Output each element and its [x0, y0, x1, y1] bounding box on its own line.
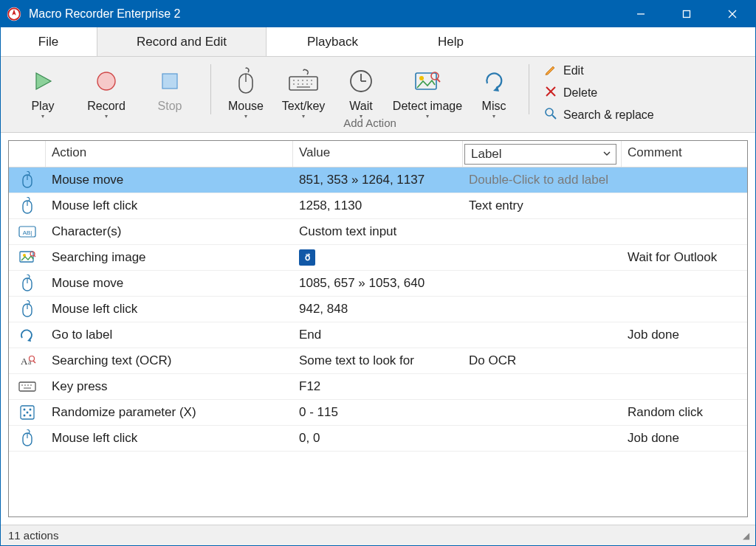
mouse-icon: [9, 171, 46, 189]
header-icon[interactable]: [9, 141, 46, 167]
statusbar: 11 actions ◢: [1, 525, 755, 545]
svg-point-7: [97, 72, 115, 90]
svg-text:A: A: [21, 356, 28, 367]
svg-point-65: [30, 415, 32, 417]
svg-line-53: [33, 361, 35, 363]
outlook-icon: o⃗: [299, 249, 315, 266]
abc-icon: AB|: [9, 225, 46, 238]
cell-label[interactable]: Double-Click to add label: [463, 173, 622, 187]
tab-playback[interactable]: Playback: [267, 27, 399, 56]
goto-icon: [9, 328, 46, 342]
search-replace-link[interactable]: Search & replace: [544, 107, 654, 123]
svg-point-61: [24, 409, 26, 411]
cell-value: o⃗: [293, 249, 463, 266]
edit-link[interactable]: Edit: [544, 63, 654, 79]
app-icon: [1, 6, 27, 22]
misc-icon: [481, 64, 506, 98]
svg-text:AB|: AB|: [23, 229, 32, 236]
cell-action: Searching image: [46, 250, 293, 265]
table-row[interactable]: Mouse left click1258, 1130Text entry: [9, 193, 747, 219]
play-button[interactable]: Play▾: [11, 61, 75, 128]
cell-comment: Random click: [622, 405, 747, 420]
cell-comment: Wait for Outlook: [622, 250, 747, 265]
cell-label[interactable]: Do OCR: [463, 353, 622, 368]
window-controls: [618, 1, 755, 27]
group-edit-actions: Edit Delete Search & replace: [538, 61, 654, 132]
cell-action: Mouse move: [46, 173, 293, 187]
resize-grip-icon[interactable]: ◢: [743, 531, 748, 541]
detect-image-tool[interactable]: Detect image▾: [387, 61, 468, 128]
mouse-icon: [235, 64, 257, 98]
cell-comment: Job done: [622, 431, 747, 446]
dropdown-caret-icon: ▾: [426, 113, 429, 120]
table-row[interactable]: AaSearching text (OCR)Some text to look …: [9, 348, 747, 374]
svg-line-29: [437, 79, 440, 82]
header-label: Label: [463, 141, 622, 167]
svg-rect-8: [162, 74, 177, 89]
cell-value: Custom text input: [293, 224, 463, 239]
svg-point-27: [419, 76, 424, 80]
ribbon-toolbar: Play▾ Record▾ Stop Mouse▾ Text/key▾: [1, 57, 755, 133]
table-row[interactable]: Searching imageo⃗Wait for Outlook: [9, 245, 747, 271]
svg-line-34: [552, 115, 556, 119]
minimize-button[interactable]: [618, 1, 664, 27]
svg-point-42: [23, 254, 26, 257]
record-button[interactable]: Record▾: [75, 61, 138, 128]
tab-file[interactable]: File: [1, 27, 97, 56]
svg-rect-54: [19, 382, 35, 391]
table-row[interactable]: Mouse move851, 353 » 1264, 1137Double-Cl…: [9, 167, 747, 193]
tab-record-and-edit[interactable]: Record and Edit: [97, 27, 267, 56]
keyboard-icon: [286, 64, 320, 98]
header-comment[interactable]: Comment: [622, 141, 747, 167]
mouse-icon: [9, 300, 46, 318]
header-action[interactable]: Action: [46, 141, 293, 167]
cell-value: F12: [293, 379, 463, 394]
cell-action: Key press: [46, 379, 293, 394]
record-icon: [94, 64, 119, 98]
stop-icon: [157, 64, 182, 98]
table-row[interactable]: Mouse left click0, 0Job done: [9, 426, 747, 452]
group-add-action: Mouse▾ Text/key▾ Wait▾ Detect image▾ Mis…: [220, 61, 520, 132]
cell-comment: Job done: [622, 328, 747, 342]
svg-rect-3: [684, 11, 690, 18]
textkey-tool[interactable]: Text/key▾: [272, 61, 335, 128]
svg-point-64: [24, 415, 26, 417]
table-row[interactable]: Go to labelEndJob done: [9, 322, 747, 348]
close-button[interactable]: [709, 1, 755, 27]
delete-link[interactable]: Delete: [544, 85, 654, 101]
tab-help[interactable]: Help: [399, 27, 503, 56]
table-row[interactable]: Key pressF12: [9, 374, 747, 400]
label-dropdown[interactable]: Label: [464, 144, 616, 165]
svg-point-33: [546, 108, 553, 116]
chevron-down-icon: [602, 147, 611, 162]
svg-line-44: [34, 255, 35, 257]
mouse-tool[interactable]: Mouse▾: [220, 61, 272, 128]
cell-value: 0 - 115: [293, 405, 463, 420]
header-value[interactable]: Value: [293, 141, 463, 167]
maximize-button[interactable]: [664, 1, 709, 27]
cell-value: Some text to look for: [293, 353, 463, 368]
dropdown-caret-icon: ▾: [244, 113, 247, 120]
svg-text:a: a: [28, 358, 32, 366]
dropdown-caret-icon: ▾: [105, 113, 108, 120]
dropdown-caret-icon: ▾: [302, 113, 305, 120]
table-row[interactable]: AB|Character(s)Custom text input: [9, 219, 747, 245]
table-row[interactable]: Mouse left click942, 848: [9, 297, 747, 322]
misc-tool[interactable]: Misc▾: [468, 61, 520, 128]
ribbon-tabs: File Record and Edit Playback Help: [1, 27, 755, 57]
cell-action: Mouse left click: [46, 198, 293, 213]
cell-value: 1085, 657 » 1053, 640: [293, 276, 463, 291]
table-row[interactable]: Randomize parameter (X)0 - 115Random cli…: [9, 400, 747, 426]
stop-button[interactable]: Stop: [138, 61, 202, 128]
search-icon: [544, 107, 557, 123]
action-grid: Action Value Label Comment Mouse move851…: [8, 140, 748, 517]
table-row[interactable]: Mouse move1085, 657 » 1053, 640: [9, 271, 747, 297]
mouse-icon: [9, 197, 46, 215]
svg-rect-11: [289, 77, 317, 90]
svg-point-63: [27, 412, 29, 414]
mouse-icon: [9, 429, 46, 447]
ocr-icon: Aa: [9, 353, 46, 368]
cell-label[interactable]: Text entry: [463, 198, 622, 213]
app-window: Macro Recorder Enterprise 2 File Record …: [0, 0, 756, 546]
play-icon: [30, 64, 55, 98]
